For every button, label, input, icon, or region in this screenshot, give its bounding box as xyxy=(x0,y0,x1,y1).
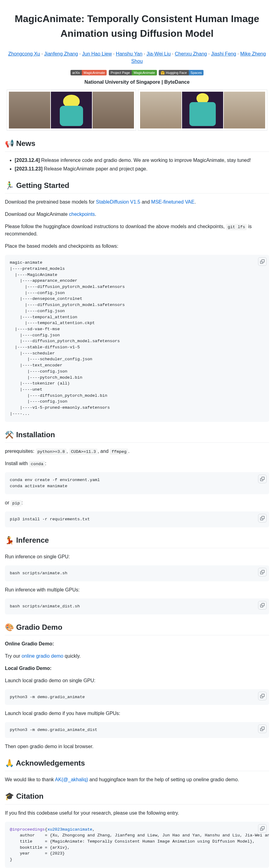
paragraph: Launch local gradio demo on single GPU: xyxy=(5,677,269,684)
inline-code: ffmpeg xyxy=(110,448,128,455)
code-block: pip3 install -r requirements.txt xyxy=(5,512,269,527)
author-link[interactable]: Jia-Wei Liu xyxy=(147,51,171,56)
author-link[interactable]: Jun Hao Liew xyxy=(82,51,112,56)
code-block: magic-animate |----pretrained_models |--… xyxy=(5,255,269,422)
gradio-demo-link[interactable]: online gradio demo xyxy=(22,653,63,659)
author-link[interactable]: Jiashi Feng xyxy=(211,51,236,56)
code-block: python3 -m demo.gradio_animate_dist xyxy=(5,722,269,738)
copy-button[interactable] xyxy=(258,257,267,266)
copy-icon xyxy=(260,259,265,264)
paragraph: Place the based models and checkpoints a… xyxy=(5,243,269,250)
news-list: [2023.12.4] Release inference code and g… xyxy=(5,157,269,173)
paragraph: If you find this codebase useful for you… xyxy=(5,809,269,817)
author-link[interactable]: Jianfeng Zhang xyxy=(44,51,78,56)
author-link[interactable]: Hanshu Yan xyxy=(116,51,143,56)
list-item: [2023.11.23] Release MagicAnimate paper … xyxy=(15,165,269,173)
paragraph: Run inference on single GPU: xyxy=(5,553,269,560)
installation-heading: ⚒️ Installation xyxy=(5,429,269,443)
acknowledgements-heading: 🙏 Acknowledgements xyxy=(5,757,269,771)
huggingface-badge[interactable]: 🤗 Hugging FaceSpaces xyxy=(159,70,204,75)
list-item: [2023.12.4] Release inference code and g… xyxy=(15,157,269,164)
author-link[interactable]: Chenxu Zhang xyxy=(175,51,207,56)
copy-icon xyxy=(260,477,265,481)
arxiv-badge[interactable]: arXivMagicAnimate xyxy=(70,70,107,75)
copy-icon xyxy=(260,694,265,698)
inline-code: CUDA>=11.3 xyxy=(69,448,97,455)
banner-image xyxy=(140,92,181,128)
citation-heading: 🎓 Citation xyxy=(5,791,269,804)
paragraph: Local Gradio Demo: xyxy=(5,665,269,672)
checkpoints-link[interactable]: checkpoints xyxy=(69,212,95,217)
copy-button[interactable] xyxy=(258,475,267,483)
code-block: conda env create -f environment.yaml con… xyxy=(5,472,269,494)
ak-link[interactable]: AK(@_akhaliq) xyxy=(55,777,88,782)
paragraph: Try our online gradio demo quickly. xyxy=(5,652,269,660)
banner-segmentation xyxy=(182,92,223,128)
badges-row: arXivMagicAnimate Project PageMagicAnima… xyxy=(5,69,269,76)
paragraph: Then open gradio demo in local browser. xyxy=(5,743,269,750)
banner-table xyxy=(5,90,269,131)
paragraph: Online Gradio Demo: xyxy=(5,640,269,648)
banner-segmentation xyxy=(51,92,92,128)
paragraph: Run inference with multiple GPUs: xyxy=(5,586,269,594)
copy-icon xyxy=(260,603,265,608)
project-page-badge[interactable]: Project PageMagicAnimate xyxy=(109,70,157,75)
author-link[interactable]: Zhongcong Xu xyxy=(8,51,40,56)
copy-button[interactable] xyxy=(258,692,267,700)
banner-image xyxy=(9,92,50,128)
code-block: bash scripts/animate.sh xyxy=(5,565,269,581)
paragraph: Please follow the huggingface download i… xyxy=(5,223,269,238)
copy-icon xyxy=(260,570,265,574)
banner-image xyxy=(224,92,265,128)
paragraph: Download the pretrained base models for … xyxy=(5,198,269,206)
copy-button[interactable] xyxy=(258,568,267,577)
code-block: @inproceedings{xu2023magicanimate, autho… xyxy=(5,822,269,868)
copy-icon xyxy=(260,516,265,520)
gradio-heading: 🎨 Gradio Demo xyxy=(5,622,269,635)
paragraph: Install with conda: xyxy=(5,460,269,467)
inline-code: conda xyxy=(29,461,45,467)
getting-started-heading: 🏃‍♂️ Getting Started xyxy=(5,180,269,193)
copy-icon xyxy=(260,826,265,831)
inference-heading: 💃 Inference xyxy=(5,535,269,548)
copy-icon xyxy=(260,727,265,731)
copy-button[interactable] xyxy=(258,824,267,833)
affiliation: National University of Singapore | ByteD… xyxy=(5,79,269,86)
inline-code: pip xyxy=(11,500,22,506)
copy-button[interactable] xyxy=(258,724,267,733)
paragraph: We would like to thank AK(@_akhaliq) and… xyxy=(5,776,269,783)
paragraph: Launch local gradio demo if you have mul… xyxy=(5,710,269,717)
vae-link[interactable]: MSE-finetuned VAE xyxy=(151,199,194,205)
banner-cell-right xyxy=(138,90,267,131)
copy-button[interactable] xyxy=(258,601,267,610)
code-block: bash scripts/animate_dist.sh xyxy=(5,598,269,614)
sd-link[interactable]: StableDiffusion V1.5 xyxy=(96,199,141,205)
page-title: MagicAnimate: Temporally Consistent Huma… xyxy=(5,11,269,44)
paragraph: prerequisites: python>=3.8, CUDA>=11.3, … xyxy=(5,447,269,455)
news-heading: 📢 News xyxy=(5,138,269,152)
banner-image xyxy=(93,92,134,128)
banner-cell-left xyxy=(7,90,136,131)
inline-code: python>=3.8 xyxy=(36,448,67,455)
paragraph: or pip: xyxy=(5,499,269,506)
copy-button[interactable] xyxy=(258,514,267,523)
authors-line: Zhongcong Xu · Jianfeng Zhang · Jun Hao … xyxy=(5,50,269,65)
code-block: python3 -m demo.gradio_animate xyxy=(5,689,269,705)
paragraph: Download our MagicAnimate checkpoints. xyxy=(5,211,269,218)
inline-code: git lfs xyxy=(226,224,247,230)
